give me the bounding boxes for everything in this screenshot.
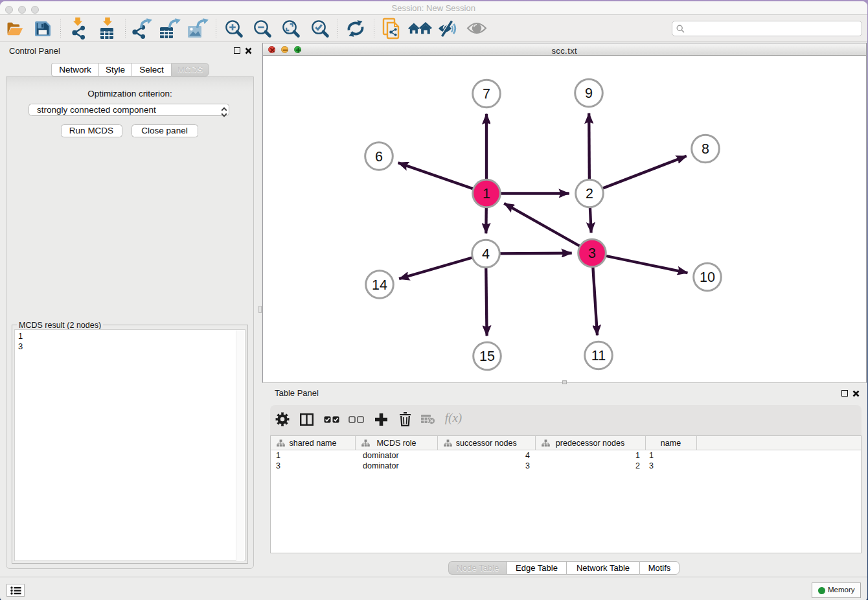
svg-text:11: 11 bbox=[591, 348, 605, 363]
svg-text:1: 1 bbox=[483, 186, 490, 202]
svg-text:6: 6 bbox=[375, 149, 383, 165]
svg-text:9: 9 bbox=[585, 86, 593, 101]
svg-text:10: 10 bbox=[700, 270, 715, 285]
svg-text:3: 3 bbox=[588, 246, 596, 261]
svg-text:7: 7 bbox=[483, 86, 490, 102]
svg-text:14: 14 bbox=[372, 277, 387, 293]
svg-text:8: 8 bbox=[702, 141, 709, 157]
svg-text:15: 15 bbox=[479, 349, 495, 364]
svg-text:2: 2 bbox=[586, 186, 593, 202]
svg-text:4: 4 bbox=[482, 246, 490, 262]
